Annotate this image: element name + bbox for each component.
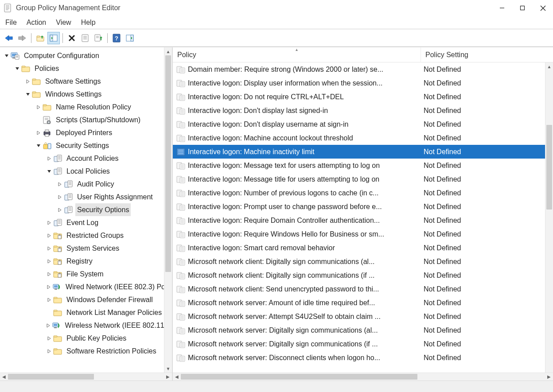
chevron-right-icon[interactable] <box>56 182 64 186</box>
tree-item[interactable]: Software Restriction Policies <box>2 345 172 357</box>
tree-vertical-scrollbar[interactable]: ▲ ▼ <box>164 47 172 373</box>
show-hide-tree-icon[interactable] <box>47 32 60 44</box>
chevron-down-icon[interactable] <box>45 169 53 174</box>
scroll-right-icon[interactable]: ▶ <box>545 374 553 379</box>
delete-icon[interactable] <box>66 32 78 44</box>
policy-row[interactable]: Domain member: Require strong (Windows 2… <box>173 62 553 76</box>
up-one-level-icon[interactable] <box>34 32 47 44</box>
tree-item[interactable]: Software Settings <box>2 75 172 88</box>
policy-row[interactable]: Interactive logon: Don't display usernam… <box>173 117 553 131</box>
policy-row[interactable]: Interactive logon: Do not require CTRL+A… <box>173 90 553 104</box>
policy-row[interactable]: Microsoft network server: Disconnect cli… <box>173 351 553 365</box>
policy-row[interactable]: Microsoft network server: Digitally sign… <box>173 323 553 337</box>
menu-view[interactable]: View <box>56 19 71 27</box>
policy-row[interactable]: Interactive logon: Smart card removal be… <box>173 241 553 255</box>
tree-item[interactable]: Audit Policy <box>2 178 172 190</box>
tree-item[interactable]: Windows Settings <box>2 88 172 101</box>
chevron-right-icon[interactable] <box>45 285 52 289</box>
tree-item[interactable]: Security Settings <box>2 139 172 152</box>
policy-row[interactable]: Interactive logon: Machine account locko… <box>173 131 553 145</box>
scroll-thumb[interactable] <box>165 55 171 272</box>
chevron-right-icon[interactable] <box>45 349 53 353</box>
chevron-right-icon[interactable] <box>45 336 53 341</box>
tree-item[interactable]: Registry <box>2 255 172 268</box>
tree-horizontal-scrollbar[interactable]: ◀ ▶ <box>0 373 172 380</box>
chevron-down-icon[interactable] <box>13 66 21 71</box>
chevron-right-icon[interactable] <box>35 105 43 109</box>
show-hide-action-pane-icon[interactable] <box>124 32 136 44</box>
scroll-up-icon[interactable]: ▲ <box>545 62 553 70</box>
chevron-right-icon[interactable] <box>45 298 53 302</box>
scroll-thumb[interactable] <box>546 125 552 210</box>
tree-item[interactable]: Windows Defender Firewall <box>2 293 172 306</box>
policy-row[interactable]: Microsoft network server: Amount of idle… <box>173 296 553 310</box>
chevron-right-icon[interactable] <box>45 259 53 264</box>
policy-row[interactable]: Interactive logon: Don't display last si… <box>173 104 553 117</box>
tree-item[interactable]: Security Options <box>2 203 172 216</box>
policy-row[interactable]: Interactive logon: Number of previous lo… <box>173 186 553 200</box>
tree-item[interactable]: Network List Manager Policies <box>2 306 172 319</box>
tree-view[interactable]: Computer ConfigurationPoliciesSoftware S… <box>0 47 172 359</box>
properties-icon[interactable] <box>79 32 91 44</box>
chevron-right-icon[interactable] <box>45 246 53 251</box>
policy-row[interactable]: Microsoft network client: Digitally sign… <box>173 268 553 282</box>
chevron-down-icon[interactable] <box>3 54 11 58</box>
menu-action[interactable]: Action <box>27 19 46 27</box>
tree-item[interactable]: Event Log <box>2 216 172 229</box>
chevron-right-icon[interactable] <box>24 79 32 84</box>
chevron-right-icon[interactable] <box>45 221 53 225</box>
tree-item[interactable]: File System <box>2 268 172 280</box>
chevron-right-icon[interactable] <box>35 131 43 135</box>
scroll-down-icon[interactable]: ▼ <box>164 365 172 373</box>
menu-help[interactable]: Help <box>81 19 96 27</box>
policy-row[interactable]: Interactive logon: Machine inactivity li… <box>173 145 553 159</box>
scroll-up-icon[interactable]: ▲ <box>164 47 172 55</box>
chevron-right-icon[interactable] <box>56 195 64 199</box>
chevron-right-icon[interactable] <box>56 208 64 212</box>
chevron-down-icon[interactable] <box>24 92 32 97</box>
policy-row[interactable]: Microsoft network server: Digitally sign… <box>173 337 553 351</box>
menu-file[interactable]: File <box>5 19 17 27</box>
scroll-thumb[interactable] <box>181 374 417 380</box>
policy-row[interactable]: Microsoft network client: Digitally sign… <box>173 255 553 268</box>
tree-item[interactable]: Wireless Network (IEEE 802.11) Policies <box>2 319 172 332</box>
policy-row[interactable]: Microsoft network client: Send unencrypt… <box>173 282 553 296</box>
tree-item[interactable]: System Services <box>2 242 172 255</box>
chevron-right-icon[interactable] <box>45 233 53 238</box>
help-icon[interactable]: ? <box>110 32 123 44</box>
tree-item[interactable]: Local Policies <box>2 165 172 178</box>
tree-item[interactable]: Policies <box>2 62 172 75</box>
scroll-left-icon[interactable]: ◀ <box>173 374 181 379</box>
list-vertical-scrollbar[interactable]: ▲ ▼ <box>545 62 553 380</box>
chevron-down-icon[interactable] <box>35 144 43 148</box>
export-list-icon[interactable] <box>92 32 105 44</box>
tree-item[interactable]: Restricted Groups <box>2 229 172 242</box>
policy-row[interactable]: Interactive logon: Message title for use… <box>173 172 553 186</box>
list-horizontal-scrollbar[interactable]: ◀ ▶ <box>173 373 553 380</box>
close-button[interactable] <box>533 1 553 15</box>
nav-back-icon[interactable] <box>3 32 15 44</box>
scroll-left-icon[interactable]: ◀ <box>0 374 8 379</box>
policy-row[interactable]: Interactive logon: Message text for user… <box>173 159 553 172</box>
column-header-policy[interactable]: ▴ Policy <box>173 47 421 62</box>
tree-item[interactable]: Scripts (Startup/Shutdown) <box>2 113 172 126</box>
nav-forward-icon[interactable] <box>16 32 28 44</box>
chevron-right-icon[interactable] <box>45 156 53 161</box>
tree-item[interactable]: Deployed Printers <box>2 126 172 139</box>
scroll-right-icon[interactable]: ▶ <box>164 374 172 379</box>
tree-item[interactable]: Wired Network (IEEE 802.3) Policies <box>2 280 172 293</box>
scroll-thumb[interactable] <box>8 374 94 380</box>
policy-list[interactable]: Domain member: Require strong (Windows 2… <box>173 62 553 380</box>
policy-row[interactable]: Interactive logon: Prompt user to change… <box>173 200 553 213</box>
policy-row[interactable]: Interactive logon: Display user informat… <box>173 76 553 90</box>
policy-row[interactable]: Interactive logon: Require Domain Contro… <box>173 213 553 227</box>
tree-item[interactable]: Public Key Policies <box>2 332 172 345</box>
chevron-right-icon[interactable] <box>45 272 53 276</box>
tree-item[interactable]: Name Resolution Policy <box>2 101 172 113</box>
minimize-button[interactable] <box>492 1 512 15</box>
policy-row[interactable]: Microsoft network server: Attempt S4U2Se… <box>173 310 553 323</box>
policy-row[interactable]: Interactive logon: Require Windows Hello… <box>173 227 553 241</box>
tree-item[interactable]: Computer Configuration <box>2 49 172 62</box>
maximize-button[interactable] <box>512 1 533 15</box>
column-header-policy-setting[interactable]: Policy Setting <box>421 47 553 62</box>
